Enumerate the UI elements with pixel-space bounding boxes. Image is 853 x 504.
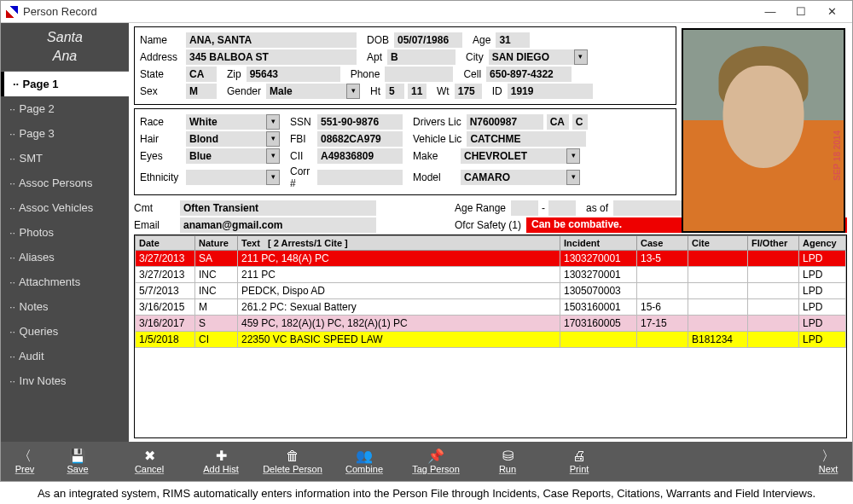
field-dob[interactable]	[394, 32, 462, 48]
field-apt[interactable]	[387, 49, 456, 65]
nav-item-audit[interactable]: ·· Audit	[1, 344, 129, 368]
field-race[interactable]	[186, 114, 266, 130]
race-dropdown-icon[interactable]: ▾	[266, 114, 280, 130]
nav-item-attachments[interactable]: ·· Attachments	[1, 269, 129, 294]
field-dl-class[interactable]	[572, 114, 588, 130]
col-agency[interactable]: Agency	[799, 236, 846, 251]
field-address[interactable]	[186, 49, 357, 65]
header-last-name: Ana	[1, 49, 129, 64]
field-ht-in[interactable]	[408, 84, 426, 99]
field-wt[interactable]	[455, 84, 482, 99]
field-id[interactable]	[508, 84, 593, 99]
label-phone: Phone	[344, 68, 382, 80]
field-make[interactable]	[461, 148, 566, 164]
field-zip[interactable]	[247, 67, 340, 82]
history-row[interactable]: 3/27/2013INC211 PC1303270001LPD	[136, 267, 846, 283]
history-row[interactable]: 1/5/2018CI22350 VC BASIC SPEED LAWB18123…	[136, 332, 846, 348]
nav-item-aliases[interactable]: ·· Aliases	[1, 245, 129, 269]
field-ht-ft[interactable]	[386, 84, 404, 99]
label-ofcr-safety: Ofcr Safety (1)	[448, 219, 523, 231]
col-text[interactable]: Text [ 2 Arrests/1 Cite ]	[238, 236, 560, 251]
nav-item-queries[interactable]: ·· Queries	[1, 319, 129, 344]
field-eyes[interactable]	[186, 148, 266, 164]
cancel-button[interactable]: ✖Cancel	[113, 444, 185, 478]
field-fbi[interactable]	[317, 131, 403, 147]
close-button[interactable]: ✕	[816, 2, 847, 22]
field-phone[interactable]	[385, 67, 453, 82]
field-drivers-lic[interactable]	[467, 114, 543, 130]
person-name-header: Santa Ana	[1, 23, 129, 72]
nav-item-assoc-persons[interactable]: ·· Assoc Persons	[1, 171, 129, 195]
field-age-from[interactable]	[511, 200, 538, 216]
make-dropdown-icon[interactable]: ▾	[566, 148, 580, 164]
field-city[interactable]	[489, 49, 574, 65]
save-button[interactable]: 💾Save	[42, 444, 113, 478]
field-name[interactable]	[186, 32, 357, 48]
nav-item-inv-notes[interactable]: ·· Inv Notes	[1, 368, 129, 393]
label-state: State	[140, 68, 183, 80]
label-address: Address	[140, 51, 183, 63]
field-cmt[interactable]	[180, 200, 376, 216]
ethnicity-dropdown-icon[interactable]: ▾	[266, 170, 280, 185]
nav-item-assoc-vehicles[interactable]: ·· Assoc Vehicles	[1, 195, 129, 220]
field-dl-state[interactable]	[547, 114, 569, 130]
field-corr[interactable]	[317, 170, 403, 185]
col-cite[interactable]: Cite	[688, 236, 748, 251]
add-hist-button[interactable]: ✚Add Hist	[185, 444, 257, 478]
history-row[interactable]: 3/16/2015M261.2 PC: Sexual Battery150316…	[136, 299, 846, 316]
history-row[interactable]: 3/16/2017S459 PC, 182(A)(1) PC, 182(A)(1…	[136, 316, 846, 332]
field-cii[interactable]	[317, 148, 403, 164]
field-vehicle-lic[interactable]	[467, 131, 586, 147]
history-row[interactable]: 5/7/2013INCPEDCK, Dispo AD1305070003LPD	[136, 283, 846, 299]
col-fi[interactable]: FI/Other	[748, 236, 799, 251]
field-sex[interactable]	[186, 84, 217, 99]
combine-button[interactable]: 👥Combine	[328, 444, 400, 478]
field-ethnicity[interactable]	[186, 170, 266, 185]
label-wt: Wt	[430, 85, 451, 97]
minimize-button[interactable]: —	[755, 2, 786, 22]
field-model[interactable]	[461, 170, 566, 185]
run-icon: ⛁	[502, 449, 514, 464]
nav-item-page-3[interactable]: ·· Page 3	[1, 121, 129, 146]
eyes-dropdown-icon[interactable]: ▾	[266, 148, 280, 164]
label-dob: DOB	[360, 34, 391, 46]
chevron-left-icon: 〈	[18, 449, 32, 464]
nav-item-page-2[interactable]: ·· Page 2	[1, 96, 129, 121]
field-ssn[interactable]	[317, 114, 403, 130]
label-model: Model	[406, 171, 457, 183]
nav-item-page-1[interactable]: ·· Page 1	[1, 72, 129, 96]
field-cell[interactable]	[486, 67, 572, 82]
history-row[interactable]: 3/27/2013SA211 PC, 148(A) PC130327000113…	[136, 251, 846, 267]
hair-dropdown-icon[interactable]: ▾	[266, 131, 280, 147]
nav-item-photos[interactable]: ·· Photos	[1, 220, 129, 245]
mugshot-photo[interactable]: SEP 18 2014	[682, 28, 845, 233]
col-date[interactable]: Date	[136, 236, 195, 251]
field-state[interactable]	[186, 67, 217, 82]
field-email[interactable]	[180, 217, 376, 233]
print-button[interactable]: 🖨Print	[543, 444, 615, 478]
field-hair[interactable]	[186, 131, 266, 147]
nav-item-notes[interactable]: ·· Notes	[1, 294, 129, 319]
history-table[interactable]: Date Nature Text [ 2 Arrests/1 Cite ] In…	[135, 235, 846, 348]
nav-item-smt[interactable]: ·· SMT	[1, 146, 129, 171]
delete-person-button[interactable]: 🗑Delete Person	[257, 444, 328, 478]
col-incident[interactable]: Incident	[560, 236, 637, 251]
model-dropdown-icon[interactable]: ▾	[566, 170, 580, 185]
field-gender[interactable]	[266, 84, 346, 99]
next-button[interactable]: 〉Next	[811, 444, 845, 478]
col-case[interactable]: Case	[637, 236, 688, 251]
save-icon: 💾	[69, 449, 86, 464]
prev-button[interactable]: 〈Prev	[8, 444, 42, 478]
run-button[interactable]: ⛁Run	[472, 444, 543, 478]
label-corr: Corr #	[283, 165, 314, 189]
maximize-button[interactable]: ☐	[786, 2, 816, 22]
col-nature[interactable]: Nature	[195, 236, 238, 251]
gender-dropdown-icon[interactable]: ▾	[346, 84, 360, 99]
field-age[interactable]	[496, 32, 530, 48]
field-age-to[interactable]	[548, 200, 576, 216]
city-dropdown-icon[interactable]: ▾	[574, 49, 588, 65]
combine-icon: 👥	[356, 449, 373, 464]
tag-person-button[interactable]: 📌Tag Person	[400, 444, 472, 478]
field-as-of[interactable]	[613, 200, 690, 216]
label-fbi: FBI	[283, 133, 314, 145]
